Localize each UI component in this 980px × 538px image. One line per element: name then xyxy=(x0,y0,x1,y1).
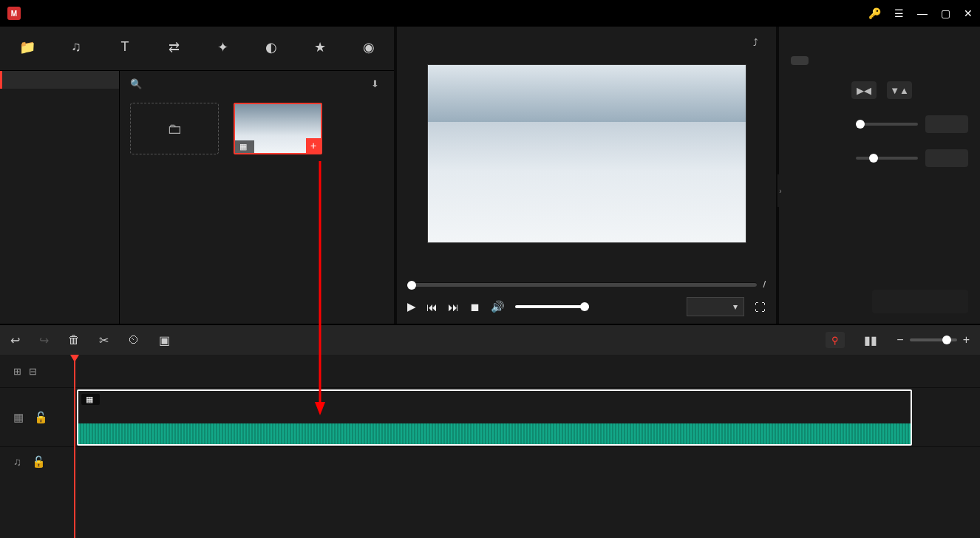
lock-icon[interactable]: 🔓 xyxy=(34,411,48,424)
module-panel: 📁 ♫ T ⇄ ✦ ◐ ★ ◉ 🔍 ⬇ xyxy=(0,27,394,324)
reset-button[interactable] xyxy=(872,290,968,313)
fullscreen-button[interactable]: ⛶ xyxy=(755,301,766,313)
sidebar-item-music[interactable] xyxy=(0,106,119,124)
maximize-icon[interactable]: ▢ xyxy=(941,7,950,19)
search-icon: 🔍 xyxy=(130,78,142,89)
next-frame-button[interactable]: ⏭ xyxy=(448,301,459,313)
rotate-slider[interactable] xyxy=(856,123,918,126)
folder-icon: 📁 xyxy=(19,39,35,55)
music-note-icon: ♫ xyxy=(71,39,81,55)
play-button[interactable]: ▶ xyxy=(407,300,416,313)
preview-frame xyxy=(427,64,746,243)
tab-elements[interactable]: ★ xyxy=(296,27,344,70)
export-icon: ⤴ xyxy=(753,37,758,48)
playhead[interactable] xyxy=(74,355,75,538)
remove-track-button[interactable]: ⊟ xyxy=(29,366,37,377)
volume-icon[interactable]: 🔊 xyxy=(491,300,505,313)
media-library: 🔍 ⬇ 🗀 ▦ + xyxy=(120,71,394,324)
upgrade-key-icon[interactable]: 🔑 xyxy=(868,7,881,19)
scale-value[interactable] xyxy=(925,149,968,167)
stop-button[interactable]: ⏹ xyxy=(469,301,480,313)
tab-motion[interactable]: ◉ xyxy=(344,27,393,70)
zoom-out-button[interactable]: − xyxy=(896,333,903,347)
seek-bar[interactable] xyxy=(407,282,757,287)
tab-filters[interactable]: ◐ xyxy=(247,27,296,70)
tool-tabs: 📁 ♫ T ⇄ ✦ ◐ ★ ◉ xyxy=(0,27,394,71)
filters-icon: ◐ xyxy=(265,39,277,55)
speed-button[interactable]: ⏲ xyxy=(128,333,140,347)
tab-transition[interactable]: ⇄ xyxy=(149,27,198,70)
timeline-ruler[interactable]: ⊞ ⊟ xyxy=(0,355,980,387)
crop-button[interactable]: ▣ xyxy=(159,333,170,347)
split-button[interactable]: ✂ xyxy=(99,333,109,347)
aspect-ratio-select[interactable]: ▾ xyxy=(687,297,744,316)
filmstrip-icon: ▦ xyxy=(13,411,24,424)
timeline-panel: ↩ ↪ 🗑 ✂ ⏲ ▣ ⚲ ▮▮ − + ⊞ ⊟ ▦ xyxy=(0,324,980,538)
media-sidebar xyxy=(0,71,120,324)
clip-waveform xyxy=(78,423,911,444)
tab-audio[interactable]: ♫ xyxy=(52,27,101,70)
timeline-clip[interactable]: ▦ xyxy=(77,389,912,446)
prev-frame-button[interactable]: ⏮ xyxy=(426,301,438,313)
filmstrip-icon: ▦ xyxy=(239,142,247,151)
title-bar: M 🔑 ☰ — ▢ ✕ xyxy=(0,0,980,27)
search-media[interactable]: 🔍 xyxy=(130,78,146,89)
panel-expand-handle[interactable]: › xyxy=(777,174,783,207)
chevron-down-icon: ▾ xyxy=(733,302,738,312)
download-youtube[interactable]: ⬇ xyxy=(371,78,384,89)
zoom-slider[interactable] xyxy=(910,338,957,341)
prop-tab-basic[interactable] xyxy=(791,56,809,65)
media-thumbnail[interactable]: ▦ + xyxy=(234,103,322,154)
player-panel: ⤴ / ▶ ⏮ ⏭ ⏹ 🔊 ▾ ⛶ xyxy=(394,27,779,324)
download-icon: ⬇ xyxy=(371,78,379,89)
rotate-value[interactable] xyxy=(925,115,968,133)
lock-icon[interactable]: 🔓 xyxy=(32,455,46,469)
flip-vertical-button[interactable]: ▼▲ xyxy=(887,81,912,99)
audio-track: ♫ 🔓 xyxy=(0,446,980,476)
video-track: ▦ 🔓 ▦ xyxy=(0,387,980,446)
prop-tab-audio[interactable] xyxy=(866,56,884,65)
import-media-box[interactable]: 🗀 xyxy=(130,103,219,154)
redo-button[interactable]: ↪ xyxy=(39,333,49,347)
flip-horizontal-button[interactable]: ▶◀ xyxy=(851,81,877,99)
volume-slider[interactable] xyxy=(515,305,589,308)
property-panel: › ▶◀ ▼▲ xyxy=(779,27,980,324)
tab-media[interactable]: 📁 xyxy=(3,27,52,70)
effects-icon: ✦ xyxy=(217,39,228,55)
sidebar-item-videos[interactable] xyxy=(0,89,119,106)
timeline-toolbar: ↩ ↪ 🗑 ✂ ⏲ ▣ ⚲ ▮▮ − + xyxy=(0,325,980,355)
snap-toggle[interactable]: ▮▮ xyxy=(864,333,877,347)
thumb-duration: ▦ xyxy=(235,140,254,153)
music-note-icon: ♫ xyxy=(13,455,21,468)
elements-icon: ★ xyxy=(314,39,326,55)
prop-tab-color[interactable] xyxy=(816,56,834,65)
minimize-icon[interactable]: — xyxy=(917,7,928,19)
tab-text[interactable]: T xyxy=(101,27,149,70)
undo-button[interactable]: ↩ xyxy=(10,333,20,347)
auto-ripple-toggle[interactable]: ⚲ xyxy=(826,332,845,348)
close-icon[interactable]: ✕ xyxy=(964,7,973,19)
filmstrip-icon: ▦ xyxy=(86,395,93,404)
delete-button[interactable]: 🗑 xyxy=(68,333,80,347)
text-icon: T xyxy=(121,39,129,55)
scale-slider[interactable] xyxy=(856,157,918,160)
prop-tab-speed[interactable] xyxy=(841,56,859,65)
add-to-timeline-button[interactable]: + xyxy=(306,138,321,153)
menu-icon[interactable]: ☰ xyxy=(894,7,904,19)
property-title xyxy=(791,35,968,56)
export-button[interactable]: ⤴ xyxy=(753,37,763,48)
motion-icon: ◉ xyxy=(363,39,375,55)
folder-add-icon: 🗀 xyxy=(167,120,182,137)
clip-badge: ▦ xyxy=(81,394,100,405)
transition-icon: ⇄ xyxy=(169,39,180,55)
timecode: / xyxy=(763,279,766,290)
zoom-in-button[interactable]: + xyxy=(963,333,970,347)
tab-effects[interactable]: ✦ xyxy=(198,27,247,70)
add-track-button[interactable]: ⊞ xyxy=(13,366,21,377)
sidebar-item-pictures[interactable] xyxy=(0,124,119,142)
app-logo: M xyxy=(7,7,21,20)
sidebar-item-myalbum[interactable] xyxy=(0,71,119,89)
